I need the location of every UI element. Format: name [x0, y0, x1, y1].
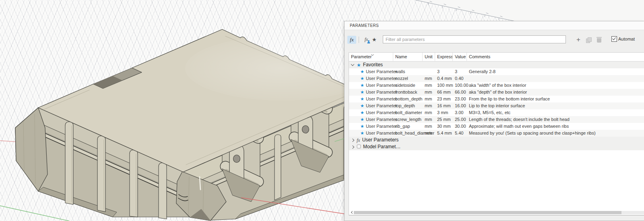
group-label: Favorites: [363, 61, 383, 68]
favorite-star-icon[interactable]: ★: [360, 109, 364, 116]
comments-cell[interactable]: [467, 75, 644, 82]
favorite-star-icon[interactable]: ★: [360, 123, 364, 130]
parameters-panel: PARAMETERS fx fx ★ + Automat Parameter N…: [344, 21, 644, 221]
favorite-star-icon[interactable]: ★: [360, 82, 364, 89]
unit-cell: [423, 68, 435, 75]
value-cell: 3: [453, 68, 467, 75]
model-rugged-case[interactable]: [15, 29, 378, 221]
favorite-star-icon[interactable]: ★: [360, 75, 364, 82]
copy-parameter-icon[interactable]: [586, 37, 592, 43]
chevron-right-icon[interactable]: [351, 145, 354, 148]
unit-cell: mm: [423, 96, 435, 102]
favorite-star-icon[interactable]: ★: [360, 102, 364, 109]
param-row-sidetoside[interactable]: ★User Parametersidetosidemm100 mm100.00a…: [349, 82, 644, 89]
name-cell[interactable]: top_depth: [393, 102, 423, 109]
param-row-top_depth[interactable]: ★User Parametertop_depthmm16 mm16.00Lip …: [349, 102, 644, 109]
delete-parameter-icon[interactable]: [597, 37, 601, 43]
value-cell: 66.00: [453, 89, 467, 96]
name-cell[interactable]: bolt_diameter: [393, 109, 423, 116]
param-row-fronttoback[interactable]: ★User Parameterfronttobackmm66 mm66.00ak…: [349, 89, 644, 96]
value-cell: 30.00: [453, 123, 467, 130]
comments-cell[interactable]: Measured by you! (Sets up spacing around…: [467, 130, 644, 137]
chevron-down-icon[interactable]: [351, 63, 354, 66]
param-row-nozzel[interactable]: ★User Parameternozzelmm0.4 mm0.40: [349, 75, 644, 82]
group-label: Model Paramet…: [363, 143, 400, 150]
name-cell[interactable]: screw_length: [393, 116, 423, 123]
favorite-star-icon[interactable]: ★: [360, 116, 364, 123]
unit-cell: mm: [423, 82, 435, 89]
fx-icon: fx: [357, 138, 360, 143]
comments-cell[interactable]: Generally 2-8: [467, 68, 644, 75]
expression-cell[interactable]: 3 mm: [435, 109, 453, 116]
unit-cell: mm: [423, 116, 435, 123]
favorite-star-icon[interactable]: ★: [360, 130, 364, 137]
comments-cell[interactable]: Lip to the top interior surface: [467, 102, 644, 109]
name-cell[interactable]: sidetoside: [393, 82, 423, 89]
expression-cell[interactable]: 5.4 mm: [435, 130, 453, 137]
scroll-left-arrow-icon[interactable]: [350, 211, 354, 214]
case-west-bumper: [15, 108, 47, 191]
expression-cell[interactable]: 0.4 mm: [435, 75, 453, 82]
column-header-expression[interactable]: Expressio: [435, 53, 453, 61]
group-row-favorites[interactable]: ★Favorites: [349, 61, 644, 68]
chevron-right-icon[interactable]: [351, 138, 354, 141]
param-row-bolt_head_diameter[interactable]: ★User Parameterbolt_head_diametermm5.4 m…: [349, 130, 644, 137]
comments-cell[interactable]: aka "depth" of the box interior: [467, 89, 644, 96]
value-cell: 23.00: [453, 96, 467, 102]
comments-cell[interactable]: aka "width" of the box interior: [467, 82, 644, 89]
name-cell[interactable]: fronttoback: [393, 89, 423, 96]
group-row-model-paramet[interactable]: Model Paramet…: [349, 143, 644, 150]
table-header: Parameter Name Unit Expressio Value Comm…: [349, 53, 644, 61]
expression-cell[interactable]: 30 mm: [435, 123, 453, 130]
case-rib: [130, 150, 138, 217]
expression-cell[interactable]: 3: [435, 68, 453, 75]
comments-cell[interactable]: From the lip to the bottom interior surf…: [467, 96, 644, 102]
filter-parameters-input[interactable]: [383, 35, 566, 43]
horizontal-scrollbar[interactable]: [350, 211, 644, 214]
panel-titlebar[interactable]: PARAMETERS: [345, 21, 644, 30]
param-row-bottom_depth[interactable]: ★User Parameterbottom_depthmm23 mm23.00F…: [349, 96, 644, 102]
expression-cell[interactable]: 25 mm: [435, 116, 453, 123]
parameter-cell: ★User Parameter: [349, 123, 393, 130]
comments-cell[interactable]: Length of the threads; doesn't include t…: [467, 116, 644, 123]
parameter-type-label: User Parameter: [366, 75, 397, 82]
name-cell[interactable]: nozzel: [393, 75, 423, 82]
value-cell: 3.00: [453, 109, 467, 116]
column-header-unit[interactable]: Unit: [423, 53, 435, 61]
unit-cell: mm: [423, 102, 435, 109]
expression-cell[interactable]: 23 mm: [435, 96, 453, 102]
favorite-star-icon[interactable]: ★: [360, 96, 364, 102]
scrollbar-track[interactable]: [621, 211, 644, 214]
comments-cell[interactable]: M3=3, M5=5, etc, etc: [467, 109, 644, 116]
user-parameter-fx-button[interactable]: fx: [362, 36, 371, 44]
param-row-walls[interactable]: ★User Parameterwalls33Generally 2-8: [349, 68, 644, 75]
column-header-name[interactable]: Name: [393, 53, 423, 61]
case-rib: [97, 136, 105, 212]
parameter-cell: ★User Parameter: [349, 89, 393, 96]
name-cell[interactable]: bottom_depth: [393, 96, 423, 102]
group-row-user-parameters[interactable]: fxUser Parameters: [349, 137, 644, 143]
expression-cell[interactable]: 100 mm: [435, 82, 453, 89]
parameter-cell: ★User Parameter: [349, 116, 393, 123]
automatic-checkbox[interactable]: [611, 36, 617, 42]
all-parameters-fx-button[interactable]: fx: [347, 36, 356, 44]
comments-cell[interactable]: Approximate; will math out even gaps bet…: [467, 123, 644, 130]
column-header-value[interactable]: Value: [453, 53, 467, 61]
favorites-filter-star-icon[interactable]: ★: [372, 36, 377, 44]
value-cell: 0.40: [453, 75, 467, 82]
user-person-icon: [367, 40, 370, 43]
column-header-comments[interactable]: Comments: [467, 53, 644, 61]
table-rows: ★Favorites★User Parameterwalls33Generall…: [349, 61, 644, 150]
param-row-rib_gap[interactable]: ★User Parameterrib_gapmm30 mm30.00Approx…: [349, 123, 644, 130]
name-cell[interactable]: bolt_head_diameter: [393, 130, 423, 137]
add-parameter-button[interactable]: +: [576, 35, 580, 45]
favorite-star-icon[interactable]: ★: [360, 89, 364, 96]
scrollbar-thumb[interactable]: [354, 211, 621, 214]
expression-cell[interactable]: 16 mm: [435, 102, 453, 109]
param-row-bolt_diameter[interactable]: ★User Parameterbolt_diametermm3 mm3.00M3…: [349, 109, 644, 116]
favorite-star-icon[interactable]: ★: [360, 68, 364, 75]
param-row-screw_length[interactable]: ★User Parameterscrew_lengthmm25 mm25.00L…: [349, 116, 644, 123]
expression-cell[interactable]: 66 mm: [435, 89, 453, 96]
name-cell[interactable]: walls: [393, 68, 423, 75]
name-cell[interactable]: rib_gap: [393, 123, 423, 130]
